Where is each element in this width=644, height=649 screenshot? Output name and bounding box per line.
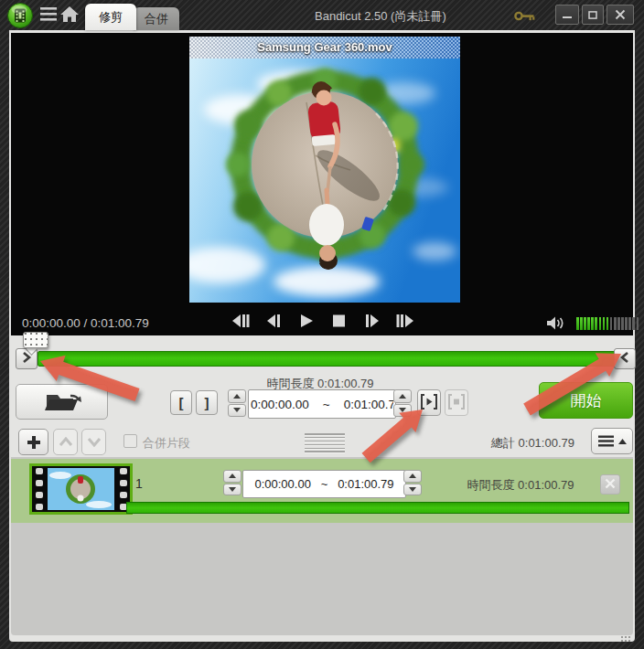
prev-keyframe-button[interactable] bbox=[231, 314, 251, 330]
stop-button[interactable] bbox=[329, 314, 349, 330]
merge-segments-checkbox[interactable] bbox=[123, 434, 137, 448]
triangle-down-icon bbox=[233, 408, 241, 412]
segment-thumbnail bbox=[29, 463, 133, 515]
next-frame-button[interactable] bbox=[362, 314, 382, 330]
move-segment-down-button[interactable] bbox=[81, 429, 106, 455]
row-start-down-button[interactable] bbox=[223, 484, 242, 496]
video-stage: Samsung Gear 360.mov 0:00:00.00 / 0:01:0… bbox=[11, 33, 633, 335]
home-icon[interactable] bbox=[60, 6, 79, 27]
close-button[interactable] bbox=[606, 5, 634, 25]
playback-controls bbox=[231, 314, 428, 330]
tab-trim[interactable]: 修剪 bbox=[85, 4, 136, 30]
maximize-icon bbox=[588, 10, 597, 20]
tab-merge[interactable]: 合併 bbox=[134, 7, 179, 30]
start-time-stepper[interactable] bbox=[228, 389, 246, 417]
next-keyframe-button[interactable] bbox=[395, 314, 415, 330]
minimize-button[interactable] bbox=[555, 5, 579, 25]
bracket-play-icon bbox=[420, 393, 438, 410]
bandicut-window: 合併 修剪 Bandicut 2.50 (尚未註冊) bbox=[0, 0, 644, 649]
end-time-up-button[interactable] bbox=[393, 389, 412, 403]
preview-segment-button[interactable] bbox=[417, 389, 441, 416]
set-end-bracket-button[interactable]: ] bbox=[196, 390, 218, 415]
start-time-up-button[interactable] bbox=[228, 389, 246, 403]
open-file-button[interactable] bbox=[16, 384, 108, 420]
volume-icon[interactable] bbox=[546, 315, 566, 335]
window-title: Bandicut 2.50 (尚未註冊) bbox=[315, 8, 446, 25]
prev-frame-button[interactable] bbox=[263, 314, 284, 330]
triangle-up-icon bbox=[409, 473, 416, 478]
merge-segments-label: 合併片段 bbox=[143, 435, 190, 452]
row-start-stepper[interactable] bbox=[223, 470, 242, 495]
maximize-button[interactable] bbox=[582, 5, 604, 25]
splitter-grip[interactable] bbox=[305, 433, 345, 453]
segment-range-input[interactable] bbox=[242, 470, 406, 498]
bandicut-logo-icon[interactable] bbox=[6, 2, 34, 29]
close-icon bbox=[604, 477, 617, 490]
play-icon bbox=[296, 314, 317, 328]
playback-time-display: 0:00:00.00 / 0:01:00.79 bbox=[22, 316, 149, 330]
move-segment-up-button[interactable] bbox=[53, 429, 78, 455]
timeline-seekbar[interactable] bbox=[38, 351, 617, 367]
start-time-down-button[interactable] bbox=[228, 404, 246, 418]
stop-icon bbox=[329, 314, 349, 328]
start-cut-button[interactable]: 開始 bbox=[539, 382, 633, 419]
segment-list-menu-button[interactable] bbox=[591, 428, 633, 454]
hamburger-icon bbox=[598, 435, 614, 447]
bracket-stop-icon bbox=[447, 393, 466, 410]
window-resize-grip[interactable] bbox=[620, 635, 631, 644]
main-panel: Samsung Gear 360.mov 0:00:00.00 / 0:01:0… bbox=[9, 30, 635, 642]
minimize-icon bbox=[562, 10, 573, 19]
trim-end-handle[interactable] bbox=[614, 348, 636, 369]
next-keyframe-icon bbox=[395, 314, 415, 328]
end-time-stepper[interactable] bbox=[393, 389, 412, 417]
stop-preview-button[interactable] bbox=[445, 389, 468, 416]
segment-row[interactable]: 1 時間長度 0:01:00.79 bbox=[11, 459, 633, 523]
open-folder-icon bbox=[41, 388, 83, 413]
row-start-up-button[interactable] bbox=[223, 470, 242, 483]
chevron-down-icon bbox=[87, 437, 102, 447]
chevron-left-icon bbox=[618, 351, 631, 364]
triangle-up-icon bbox=[618, 439, 627, 444]
timeline-grip-tooltip[interactable] bbox=[23, 332, 48, 348]
triangle-down-icon bbox=[409, 487, 416, 492]
menu-icon[interactable] bbox=[40, 7, 57, 25]
register-key-icon[interactable] bbox=[514, 9, 536, 26]
row-end-stepper[interactable] bbox=[403, 470, 422, 495]
volume-bar[interactable] bbox=[576, 317, 639, 330]
total-duration-label: 總計 0:01:00.79 bbox=[402, 435, 574, 452]
titlebar: 合併 修剪 Bandicut 2.50 (尚未註冊) bbox=[0, 0, 644, 30]
next-frame-icon bbox=[362, 314, 382, 328]
segment-range-bar[interactable] bbox=[126, 502, 629, 514]
chevron-up-icon bbox=[59, 437, 73, 447]
triangle-down-icon bbox=[229, 487, 236, 492]
triangle-down-icon bbox=[399, 408, 406, 412]
video-preview: Samsung Gear 360.mov bbox=[189, 37, 460, 303]
prev-keyframe-icon bbox=[231, 314, 251, 328]
filmstrip-holes-left bbox=[34, 468, 44, 510]
plus-icon bbox=[27, 435, 41, 450]
row-end-up-button[interactable] bbox=[403, 470, 422, 483]
triangle-up-icon bbox=[229, 473, 236, 478]
segment-list: 1 時間長度 0:01:00.79 bbox=[11, 457, 633, 635]
row-end-down-button[interactable] bbox=[403, 484, 422, 496]
end-time-down-button[interactable] bbox=[393, 404, 412, 418]
segment-duration-label: 時間長度 0:01:00.79 bbox=[429, 477, 612, 494]
close-icon bbox=[615, 9, 626, 20]
prev-frame-icon bbox=[263, 314, 284, 328]
segment-index: 1 bbox=[135, 476, 143, 491]
set-start-bracket-button[interactable]: [ bbox=[170, 390, 192, 415]
add-segment-button[interactable] bbox=[18, 429, 48, 455]
play-button[interactable] bbox=[296, 314, 317, 330]
triangle-up-icon bbox=[399, 394, 406, 399]
trim-range-input[interactable] bbox=[248, 389, 396, 419]
video-filename-overlay: Samsung Gear 360.mov bbox=[189, 37, 460, 59]
triangle-up-icon bbox=[233, 394, 241, 399]
remove-segment-button[interactable] bbox=[600, 474, 620, 495]
thumbnail-image bbox=[48, 468, 114, 510]
